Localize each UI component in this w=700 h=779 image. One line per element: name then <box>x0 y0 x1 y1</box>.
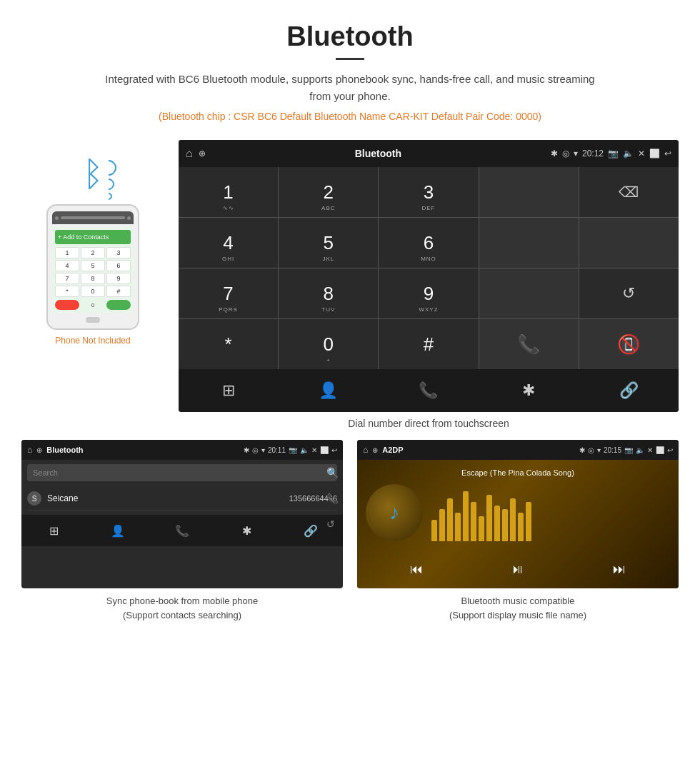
dial-empty-1 <box>479 167 579 217</box>
phone-key-9: 9 <box>106 273 131 284</box>
dial-key-2[interactable]: 2 ABC <box>279 167 378 217</box>
music-caption-line2: (Support display music file name) <box>449 610 586 620</box>
key-star-num: * <box>225 333 232 356</box>
main-screen-section: ⌂ ⊕ Bluetooth ✱ ◎ ▾ 20:12 📷 🔈 ✕ ⬜ ↩ <box>179 140 679 429</box>
vis-bar <box>455 513 461 541</box>
window-icon: ⬜ <box>649 149 660 159</box>
music-controls: ⏮ ⏯ ⏭ <box>366 556 670 580</box>
contacts-screen-title: Bluetooth <box>46 446 83 454</box>
key-4-sub: GHI <box>222 256 234 262</box>
dialpad-topbar: ⌂ ⊕ Bluetooth ✱ ◎ ▾ 20:12 📷 🔈 ✕ ⬜ ↩ <box>179 140 679 167</box>
bottom-phone-icon[interactable]: 📞 <box>379 369 478 412</box>
contacts-cam-icon: 📷 <box>289 446 297 454</box>
dial-empty-2 <box>479 218 579 268</box>
phone-screen: + Add to Contacts 1 2 3 4 5 6 7 8 9 * 0 … <box>52 227 134 313</box>
contacts-bottom-bt[interactable]: ✱ <box>214 515 279 546</box>
dial-backspace[interactable]: ⌫ <box>579 167 679 217</box>
phone-mockup: + Add to Contacts 1 2 3 4 5 6 7 8 9 * 0 … <box>46 204 139 330</box>
key-1-sub: ∿∿ <box>223 205 234 211</box>
music-cam-icon: 📷 <box>624 446 633 454</box>
spec-line: (Bluetooth chip : CSR BC6 Default Blueto… <box>14 111 686 122</box>
contact-search-bar[interactable]: Search <box>27 464 337 481</box>
dial-call-red-cell[interactable]: 📵 <box>579 319 679 369</box>
play-pause-icon[interactable]: ⏯ <box>511 562 524 577</box>
backspace-icon: ⌫ <box>619 184 639 201</box>
page-description: Integrated with BC6 Bluetooth module, su… <box>100 71 600 105</box>
phone-key-star: * <box>55 286 79 297</box>
topbar-right-icons: ✱ ◎ ▾ 20:12 📷 🔈 ✕ ⬜ ↩ <box>551 149 671 159</box>
bottom-bluetooth-icon[interactable]: ✱ <box>479 369 579 412</box>
music-screen-item: ⌂ ⊕ A2DP ✱ ◎ ▾ 20:15 📷 🔈 ✕ ⬜ ↩ Escape (T… <box>357 440 679 622</box>
dial-key-9[interactable]: 9 WXYZ <box>379 268 478 318</box>
dial-key-7[interactable]: 7 PQRS <box>179 268 278 318</box>
key-9-sub: WXYZ <box>419 306 438 313</box>
location-icon: ◎ <box>562 149 569 159</box>
contacts-bottom-phone[interactable]: 📞 <box>150 515 214 546</box>
search-side-icon[interactable]: 🔍 <box>326 467 339 478</box>
phone-bottom-row: 0 <box>55 300 131 310</box>
bottom-contacts-icon[interactable]: 👤 <box>279 369 378 412</box>
vis-bar <box>494 506 500 541</box>
refresh-side-icon[interactable]: ↺ <box>326 518 339 530</box>
bottom-screenshots: ⌂ ⊕ Bluetooth ✱ ◎ ▾ 20:11 📷 🔈 ✕ ⬜ ↩ <box>0 440 700 622</box>
phone-key-2: 2 <box>81 247 105 258</box>
contact-name: Seicane <box>47 493 289 503</box>
dial-key-8[interactable]: 8 TUV <box>279 268 378 318</box>
music-win-icon: ⬜ <box>656 446 664 454</box>
dial-key-1[interactable]: 1 ∿∿ <box>179 167 278 217</box>
contacts-topbar: ⌂ ⊕ Bluetooth ✱ ◎ ▾ 20:11 📷 🔈 ✕ ⬜ ↩ <box>21 440 343 460</box>
next-track-icon[interactable]: ⏭ <box>613 562 626 577</box>
contacts-topbar-right: ✱ ◎ ▾ 20:11 📷 🔈 ✕ ⬜ ↩ <box>244 446 337 454</box>
bottom-dialpad-icon[interactable]: ⊞ <box>179 369 278 412</box>
dial-key-hash[interactable]: # <box>379 319 478 369</box>
home-icon: ⌂ <box>186 147 193 160</box>
prev-track-icon[interactable]: ⏮ <box>410 562 423 577</box>
phone-key-3: 3 <box>106 247 131 258</box>
contact-row-seicane[interactable]: S Seicane 13566664466 <box>27 487 337 511</box>
phone-add-contact: + Add to Contacts <box>58 233 109 241</box>
music-content-row: ♪ <box>366 484 670 556</box>
key-9-num: 9 <box>424 283 434 305</box>
music-home-icon: ⌂ <box>363 445 368 455</box>
vis-bar <box>518 513 524 541</box>
dial-key-6[interactable]: 6 MNO <box>379 218 478 268</box>
contacts-loc-icon: ◎ <box>252 446 259 454</box>
dial-call-green-cell[interactable]: 📞 <box>479 319 579 369</box>
vis-bar <box>486 495 492 541</box>
music-body: Escape (The Pina Colada Song) ♪ ⏮ ⏯ ⏭ <box>357 460 679 588</box>
contacts-bottom-user[interactable]: 👤 <box>86 515 150 546</box>
dial-key-4[interactable]: 4 GHI <box>179 218 278 268</box>
dial-refresh[interactable]: ↺ <box>579 268 679 318</box>
vis-bar <box>431 520 437 541</box>
dial-empty-4 <box>479 268 579 318</box>
phone-keypad: 1 2 3 4 5 6 7 8 9 * 0 # <box>55 247 131 297</box>
dial-key-5[interactable]: 5 JKL <box>279 218 378 268</box>
contacts-screen: ⌂ ⊕ Bluetooth ✱ ◎ ▾ 20:11 📷 🔈 ✕ ⬜ ↩ <box>21 440 343 588</box>
dial-key-star[interactable]: * <box>179 319 278 369</box>
dial-caption: Dial number direct from touchscreen <box>179 418 679 429</box>
contact-list-body: Search S Seicane 13566664466 <box>21 460 343 515</box>
wifi-icon: ▾ <box>574 149 578 159</box>
dial-key-3[interactable]: 3 DEF <box>379 167 478 217</box>
contacts-home-icon: ⌂ <box>27 445 32 455</box>
phone-camera <box>55 216 59 220</box>
contacts-caption-line1: Sync phone-book from mobile phone <box>106 595 258 606</box>
contacts-bottom-grid[interactable]: ⊞ <box>21 515 86 546</box>
contacts-time: 20:11 <box>268 446 286 454</box>
phone-top-bar <box>52 211 134 224</box>
dial-key-0[interactable]: 0 + <box>279 319 378 369</box>
vis-bar <box>463 491 469 541</box>
contacts-caption-line2: (Support contacts searching) <box>123 610 241 620</box>
call-green-icon: 📞 <box>517 333 540 356</box>
phone-sensor <box>127 216 131 220</box>
key-6-sub: MNO <box>421 256 436 262</box>
vis-bar <box>502 509 508 541</box>
key-4-num: 4 <box>223 232 233 254</box>
music-topbar-right: ✱ ◎ ▾ 20:15 📷 🔈 ✕ ⬜ ↩ <box>579 446 673 454</box>
call-side-icon[interactable]: 📞 <box>326 493 339 504</box>
bottom-link-icon[interactable]: 🔗 <box>579 369 679 412</box>
key-1-num: 1 <box>223 181 233 203</box>
vis-bar <box>526 502 531 541</box>
volume-icon: 🔈 <box>623 149 634 159</box>
contact-body: Search S Seicane 13566664466 🔍 📞 ↺ <box>21 460 343 515</box>
